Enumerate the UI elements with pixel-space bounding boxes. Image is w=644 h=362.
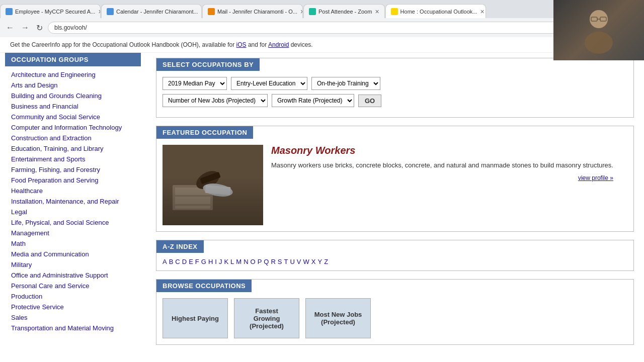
az-letter-link[interactable]: I [215, 258, 217, 265]
featured-title: Masonry Workers [271, 145, 613, 156]
sidebar-item[interactable]: Arts and Design [5, 80, 141, 90]
browse-card[interactable]: Highest Paying [163, 298, 228, 338]
featured-description: Masonry workers use bricks, concrete blo… [271, 160, 613, 170]
sidebar-item[interactable]: Building and Grounds Cleaning [5, 90, 141, 101]
svg-point-12 [202, 182, 233, 199]
az-letter-link[interactable]: F [195, 258, 199, 265]
az-letter-link[interactable]: E [189, 258, 193, 265]
sidebar-item[interactable]: Healthcare [5, 186, 141, 196]
az-letter-link[interactable]: Z [324, 258, 328, 265]
filter-median-pay[interactable]: 2019 Median Pay [163, 77, 227, 90]
sidebar-item[interactable]: Military [5, 259, 141, 270]
az-letter-link[interactable]: P [258, 258, 262, 265]
sidebar: OCCUPATION GROUPS Architecture and Engin… [0, 53, 146, 362]
sidebar-item[interactable]: Math [5, 238, 141, 249]
sidebar-item[interactable]: Farming, Fishing, and Forestry [5, 164, 141, 175]
filter-new-jobs[interactable]: Number of New Jobs (Projected) [163, 94, 268, 107]
page-content: Get the CareerInfo app for the Occupatio… [0, 37, 644, 362]
az-letter-link[interactable]: S [278, 258, 282, 265]
sidebar-item[interactable]: Installation, Maintenance, and Repair [5, 196, 141, 207]
sidebar-item[interactable]: Personal Care and Service [5, 281, 141, 291]
notice-text3: devices. [289, 41, 312, 48]
tab-favicon-mail [208, 8, 215, 15]
sidebar-item[interactable]: Architecture and Engineering [5, 69, 141, 80]
ios-link[interactable]: iOS [236, 41, 247, 48]
sidebar-items: Architecture and EngineeringArts and Des… [5, 69, 141, 333]
address-bar[interactable] [48, 22, 640, 34]
tab-close-zoom[interactable]: × [372, 8, 379, 16]
view-profile-link[interactable]: view profile » [271, 174, 613, 182]
az-letter-link[interactable]: W [303, 258, 309, 265]
tab-calendar[interactable]: Calendar - Jennifer Chiaramont... × [101, 4, 202, 18]
webcam-overlay [553, 0, 644, 60]
tab-ooh[interactable]: Home : Occupational Outlook... × [385, 4, 486, 18]
featured-header-wrap: FEATURED OCCUPATION [156, 126, 633, 139]
android-link[interactable]: Android [268, 41, 289, 48]
az-letter-link[interactable]: B [169, 258, 174, 265]
az-letter-link[interactable]: K [224, 258, 228, 265]
svg-point-1 [585, 32, 613, 54]
az-letter-link[interactable]: O [251, 258, 256, 265]
tab-close-calendar[interactable]: × [198, 8, 202, 16]
az-letter-link[interactable]: M [236, 258, 242, 265]
sidebar-item[interactable]: Protective Service [5, 302, 141, 312]
az-letter-link[interactable]: Q [264, 258, 269, 265]
az-letter-link[interactable]: J [219, 258, 222, 265]
tab-favicon-calendar [107, 8, 114, 15]
featured-body: Masonry Workers Masonry workers use bric… [156, 139, 633, 231]
sidebar-item[interactable]: Management [5, 228, 141, 238]
back-button[interactable]: ← [4, 22, 16, 33]
svg-rect-6 [173, 185, 213, 210]
tab-close-mail[interactable]: × [297, 8, 303, 16]
sidebar-item[interactable]: Media and Communication [5, 249, 141, 259]
sidebar-item[interactable]: Education, Training, and Library [5, 143, 141, 154]
az-index-section: A-Z INDEX ABCDEFGHIJKLMNOPQRSTUVWXYZ [156, 240, 634, 271]
tab-mail[interactable]: Mail - Jennifer Chiaramonti - O... × [202, 4, 303, 18]
az-letter-link[interactable]: G [201, 258, 206, 265]
az-letter-link[interactable]: T [284, 258, 288, 265]
sidebar-item[interactable]: Community and Social Service [5, 112, 141, 122]
sidebar-item[interactable]: Production [5, 291, 141, 302]
sidebar-item[interactable]: Food Preparation and Serving [5, 175, 141, 186]
svg-rect-8 [175, 197, 210, 204]
filter-growth-rate[interactable]: Growth Rate (Projected) [272, 94, 354, 107]
select-occupations-header: SELECT OCCUPATIONS BY [156, 58, 260, 71]
tab-bar: Employee - MyCCP Secured A... × Calendar… [0, 0, 644, 18]
browse-card[interactable]: Fastest Growing (Projected) [234, 298, 299, 338]
az-letter-link[interactable]: V [297, 258, 301, 265]
az-letter-link[interactable]: D [182, 258, 187, 265]
az-letter-link[interactable]: X [311, 258, 316, 265]
select-row-2: Number of New Jobs (Projected) Growth Ra… [163, 94, 627, 107]
az-letter-link[interactable]: H [208, 258, 213, 265]
filter-ojt[interactable]: On-the-job Training [311, 77, 380, 90]
tab-label-calendar: Calendar - Jennifer Chiaramont... [116, 9, 198, 15]
tab-zoom[interactable]: Post Attendee - Zoom × [303, 4, 385, 18]
sidebar-item[interactable]: Construction and Extraction [5, 133, 141, 143]
tab-favicon-employee [6, 8, 13, 15]
sidebar-item[interactable]: Life, Physical, and Social Science [5, 217, 141, 228]
az-letter-link[interactable]: A [163, 258, 167, 265]
go-button[interactable]: GO [358, 95, 381, 107]
browser-chrome: Employee - MyCCP Secured A... × Calendar… [0, 0, 644, 37]
az-letter-link[interactable]: R [271, 258, 275, 265]
tab-close-ooh[interactable]: × [477, 8, 484, 16]
sidebar-item[interactable]: Transportation and Material Moving [5, 323, 141, 333]
tab-employee[interactable]: Employee - MyCCP Secured A... × [0, 4, 101, 18]
forward-button[interactable]: → [19, 22, 31, 33]
filter-entry-level[interactable]: Entry-Level Education [231, 77, 307, 90]
az-letter-link[interactable]: U [290, 258, 294, 265]
reload-button[interactable]: ↻ [34, 22, 45, 34]
az-letter-link[interactable]: L [230, 258, 234, 265]
sidebar-item[interactable]: Business and Financial [5, 101, 141, 112]
svg-rect-5 [163, 145, 263, 225]
az-letter-link[interactable]: C [175, 258, 180, 265]
tab-close-employee[interactable]: × [95, 8, 101, 16]
sidebar-item[interactable]: Legal [5, 207, 141, 217]
sidebar-item[interactable]: Computer and Information Technology [5, 122, 141, 133]
az-letter-link[interactable]: N [244, 258, 248, 265]
sidebar-item[interactable]: Sales [5, 312, 141, 323]
sidebar-item[interactable]: Entertainment and Sports [5, 154, 141, 164]
browse-card[interactable]: Most New Jobs (Projected) [305, 298, 371, 338]
sidebar-item[interactable]: Office and Administrative Support [5, 270, 141, 281]
az-letter-link[interactable]: Y [317, 258, 322, 265]
